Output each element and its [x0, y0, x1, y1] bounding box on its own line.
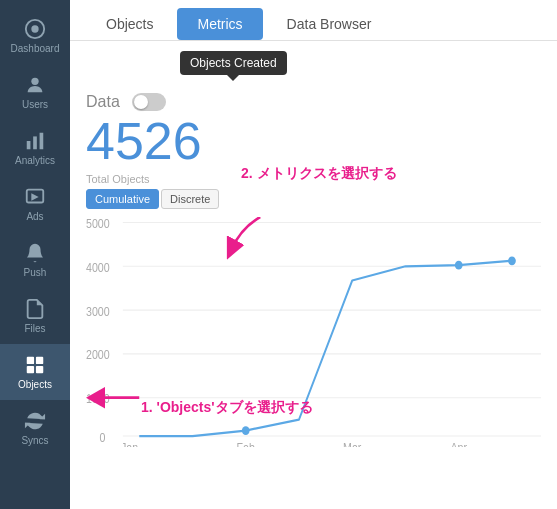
sidebar-label-users: Users: [22, 99, 48, 110]
svg-text:5000: 5000: [86, 217, 110, 230]
sidebar-item-push[interactable]: Push: [0, 232, 70, 288]
big-number: 4526: [86, 115, 541, 167]
tooltip-box: Objects Created: [180, 51, 287, 75]
sidebar-item-analytics[interactable]: Analytics: [0, 120, 70, 176]
sidebar-item-syncs[interactable]: Syncs: [0, 400, 70, 456]
data-label: Data: [86, 93, 120, 111]
sidebar-label-ads: Ads: [26, 211, 43, 222]
svg-rect-9: [27, 366, 34, 373]
svg-text:Apr: Apr: [450, 442, 467, 447]
users-icon: [24, 74, 46, 96]
svg-rect-4: [33, 136, 37, 149]
svg-rect-7: [27, 357, 34, 364]
svg-rect-8: [36, 357, 43, 364]
objects-icon: [24, 354, 46, 376]
main-content: Objects Metrics Data Browser Objects Cre…: [70, 0, 557, 509]
svg-point-25: [508, 256, 516, 265]
sidebar-label-analytics: Analytics: [15, 155, 55, 166]
svg-rect-5: [40, 133, 44, 150]
sidebar-label-objects: Objects: [18, 379, 52, 390]
sidebar-label-files: Files: [24, 323, 45, 334]
files-icon: [24, 298, 46, 320]
tab-objects[interactable]: Objects: [86, 8, 173, 40]
svg-text:3000: 3000: [86, 305, 110, 318]
sidebar-item-users[interactable]: Users: [0, 64, 70, 120]
data-toggle[interactable]: [132, 93, 166, 111]
annotation-2: 2. メトリクスを選択する: [241, 165, 397, 183]
svg-point-23: [242, 426, 250, 435]
tabs-bar: Objects Metrics Data Browser: [70, 0, 557, 41]
dashboard-icon: [24, 18, 46, 40]
svg-point-24: [455, 261, 463, 270]
view-toggle-group: Cumulative Discrete: [86, 189, 219, 209]
analytics-icon: [24, 130, 46, 152]
stats-section: Total Objects Cumulative Discrete: [86, 173, 219, 209]
btn-discrete[interactable]: Discrete: [161, 189, 219, 209]
sidebar-item-ads[interactable]: Ads: [0, 176, 70, 232]
content-area: Objects Created Data 4526 Total Objects …: [70, 41, 557, 509]
svg-text:0: 0: [100, 431, 106, 444]
ads-icon: [24, 186, 46, 208]
btn-cumulative[interactable]: Cumulative: [86, 189, 159, 209]
sidebar-item-files[interactable]: Files: [0, 288, 70, 344]
sidebar-label-push: Push: [24, 267, 47, 278]
svg-rect-3: [27, 141, 31, 149]
syncs-icon: [24, 410, 46, 432]
annotation-1: 1. 'Objects'タブを選択する: [141, 399, 313, 417]
svg-point-1: [31, 25, 38, 32]
data-row: Data: [86, 93, 541, 111]
svg-text:4000: 4000: [86, 261, 110, 274]
svg-rect-10: [36, 366, 43, 373]
push-icon: [24, 242, 46, 264]
sidebar-label-syncs: Syncs: [21, 435, 48, 446]
svg-text:Feb: Feb: [237, 442, 255, 447]
svg-point-2: [31, 78, 38, 85]
svg-text:Jan: Jan: [121, 442, 138, 447]
tooltip-arrow: [227, 75, 239, 81]
tooltip-container: Objects Created: [180, 51, 287, 81]
chart-area: 5000 4000 3000 2000 1000 0: [86, 217, 541, 447]
tab-data-browser[interactable]: Data Browser: [267, 8, 392, 40]
sidebar-item-objects[interactable]: Objects: [0, 344, 70, 400]
svg-text:Mar: Mar: [343, 442, 362, 447]
sidebar: Dashboard Users Analytics Ads Push Files: [0, 0, 70, 509]
total-objects-label: Total Objects: [86, 173, 219, 185]
svg-text:1000: 1000: [86, 393, 110, 406]
sidebar-item-dashboard[interactable]: Dashboard: [0, 8, 70, 64]
sidebar-label-dashboard: Dashboard: [11, 43, 60, 54]
svg-text:2000: 2000: [86, 349, 110, 362]
tab-metrics[interactable]: Metrics: [177, 8, 262, 40]
